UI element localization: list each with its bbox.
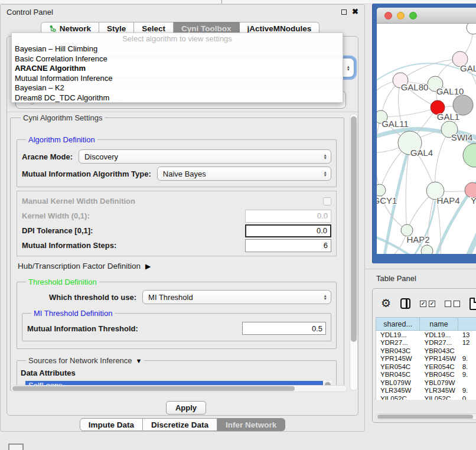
aracne-mode-select[interactable]: Discovery ▲▼ — [79, 149, 331, 164]
zoom-traffic-light[interactable] — [409, 12, 417, 19]
dropdown-item-bayesian-k2[interactable]: Bayesian – K2 — [12, 83, 343, 93]
table-row[interactable]: YER054CYER054C8. — [376, 363, 476, 371]
column-header-shared[interactable]: shared... — [376, 317, 420, 331]
network-edge[interactable] — [377, 117, 381, 190]
table-header-row: shared...name — [376, 317, 476, 331]
tab-impute-data[interactable]: Impute Data — [80, 418, 143, 431]
group-title: Cyni Algorithm Settings — [21, 113, 105, 122]
table-row[interactable]: YBR045CYBR045C9. — [376, 371, 476, 379]
dropdown-item-basic-correlation-inference[interactable]: Basic Correlation Inference — [12, 54, 343, 64]
dpi-tolerance-field[interactable]: 0.0 — [245, 224, 331, 237]
mi-type-select[interactable]: Naive Bayes ▲▼ — [157, 167, 331, 181]
settings-horizontal-scrollbar[interactable] — [11, 385, 347, 392]
table-row[interactable]: YDL19...YDL19...13 — [376, 331, 476, 339]
node-label-y: Y — [471, 195, 476, 206]
network-window-titlebar[interactable] — [377, 8, 476, 24]
show-columns-icon[interactable] — [400, 298, 410, 309]
manual-kernel-checkbox[interactable] — [323, 197, 331, 206]
table-cell: 8. — [458, 363, 476, 371]
network-canvas[interactable]: GALGAL80GAL10GAL1GAL11SWI4GAL4GCY1HAP4YH… — [377, 24, 476, 254]
network-edge[interactable] — [381, 107, 438, 117]
select-all-icon[interactable]: ✓✓ — [420, 301, 435, 307]
threshold-definition-group: Threshold Definition Which threshold to … — [17, 278, 337, 349]
data-attributes-label: Data Attributes — [21, 369, 331, 377]
float-window-icon[interactable] — [341, 9, 347, 15]
dropdown-item-mutual-information-inference[interactable]: Mutual Information Inference — [12, 74, 343, 84]
deselect-all-icon[interactable] — [445, 301, 460, 307]
table-row[interactable]: YPR145WYPR145W9. — [376, 355, 476, 363]
combo-arrows-icon: ▲▼ — [347, 65, 351, 71]
separator — [365, 269, 476, 269]
table-cell: YBL079W — [376, 379, 420, 387]
table-horizontal-scrollbar[interactable] — [376, 413, 476, 420]
top-divider — [221, 0, 222, 4]
table-cell: YDL19... — [420, 331, 458, 339]
combo-arrows-icon: ▲▼ — [324, 294, 328, 300]
dropdown-item-bayesian-hill-climbing[interactable]: Bayesian – Hill Climbing — [12, 44, 343, 54]
node-gcy1[interactable] — [377, 184, 386, 196]
cyni-algorithm-settings-group: Cyni Algorithm Settings Algorithm Defini… — [10, 113, 344, 391]
table-cell — [458, 347, 476, 355]
node-label-gal: GAL — [460, 63, 476, 73]
node-partial-top[interactable] — [467, 24, 476, 34]
tab-discretize-data[interactable]: Discretize Data — [143, 418, 217, 431]
table-row[interactable]: YBR043CYBR043C — [376, 347, 476, 355]
minimize-traffic-light[interactable] — [397, 12, 405, 19]
table-panel: ⚙ ✓✓ shared...name YDL19...YDL19...13YDR… — [372, 288, 476, 423]
mi-threshold-label: Mutual Information Threshold: — [27, 324, 138, 333]
network-graph[interactable]: GALGAL80GAL10GAL1GAL11SWI4GAL4GCY1HAP4YH… — [377, 24, 476, 254]
dropdown-item-aracne-algorithm[interactable]: ARACNE Algorithm — [12, 64, 343, 74]
column-header-name[interactable]: name — [420, 317, 458, 331]
mi-steps-label: Mutual Information Steps: — [22, 241, 116, 250]
dpi-tolerance-value: 0.0 — [317, 226, 327, 235]
network-edge-highlighted[interactable] — [468, 232, 476, 254]
panel-title: Control Panel — [6, 8, 53, 17]
network-edge-highlighted[interactable] — [377, 235, 410, 254]
kernel-settings-box: Manual Kernel Width Definition Kernel Wi… — [17, 191, 337, 256]
mi-threshold-field[interactable]: 0.5 — [242, 322, 326, 335]
table-cell: YLR345W — [376, 387, 420, 395]
which-threshold-value: MI Threshold — [148, 293, 193, 302]
dropdown-item-dream8-dc-tdc-algorithm[interactable]: Dream8 DC_TDC Algorithm — [12, 93, 343, 103]
table-row[interactable]: YBL079WYBL079W — [376, 379, 476, 387]
column-header-3[interactable] — [458, 317, 476, 331]
table-cell: 9. — [458, 371, 476, 379]
table-row[interactable]: YLR345WYLR345W9. — [376, 387, 476, 395]
network-edge[interactable] — [435, 129, 449, 191]
kernel-width-field[interactable]: 0.0 — [245, 210, 331, 223]
node-bottom[interactable] — [421, 245, 433, 254]
table-cell: 9. — [458, 387, 476, 395]
manual-kernel-label: Manual Kernel Width Definition — [22, 197, 135, 206]
export-table-icon[interactable] — [470, 298, 476, 310]
sources-title: Sources for Network Inference — [28, 356, 132, 365]
aracne-mode-value: Discovery — [84, 152, 118, 161]
close-icon[interactable]: ✖ — [352, 9, 358, 15]
mi-type-label: Mutual Information Algorithm Type: — [22, 169, 151, 178]
hub-definition-expander[interactable]: Hub/Transcription Factor Definition ▶ — [18, 262, 337, 270]
tab-label: Cyni Toolbox — [181, 24, 232, 33]
tab-label: Style — [107, 24, 126, 33]
collapse-down-icon[interactable]: ▼ — [136, 357, 142, 364]
node-label-hap4: HAP4 — [436, 195, 459, 206]
settings-vertical-scrollbar[interactable] — [350, 113, 358, 391]
table-row[interactable]: YIL052CYIL052C0. — [376, 394, 476, 400]
docked-panel-icon[interactable] — [8, 444, 24, 450]
network-icon — [49, 25, 57, 32]
mi-steps-field[interactable]: 6 — [245, 239, 331, 252]
tab-infer-network[interactable]: Infer Network — [217, 418, 285, 431]
node-label-gal11: GAL11 — [382, 119, 409, 129]
which-threshold-select[interactable]: MI Threshold ▲▼ — [142, 290, 331, 304]
settings-scroll-area: Cyni Algorithm Settings Algorithm Defini… — [9, 112, 349, 392]
network-edge[interactable] — [400, 59, 460, 80]
node-label-gcy1: GCY1 — [377, 195, 397, 206]
apply-button[interactable]: Apply — [166, 401, 206, 415]
aracne-mode-label: Aracne Mode: — [22, 152, 73, 161]
network-view-frame: GALGAL80GAL10GAL1GAL11SWI4GAL4GCY1HAP4YH… — [372, 4, 476, 263]
close-traffic-light[interactable] — [384, 12, 392, 19]
gear-icon[interactable]: ⚙ — [381, 298, 391, 309]
node-right-green[interactable] — [463, 144, 476, 167]
table-panel-title: Table Panel — [376, 274, 416, 283]
tab-label: Select — [142, 24, 165, 33]
table-cell: YBR045C — [376, 371, 420, 379]
table-row[interactable]: YDR27...YDR27...12 — [376, 339, 476, 347]
